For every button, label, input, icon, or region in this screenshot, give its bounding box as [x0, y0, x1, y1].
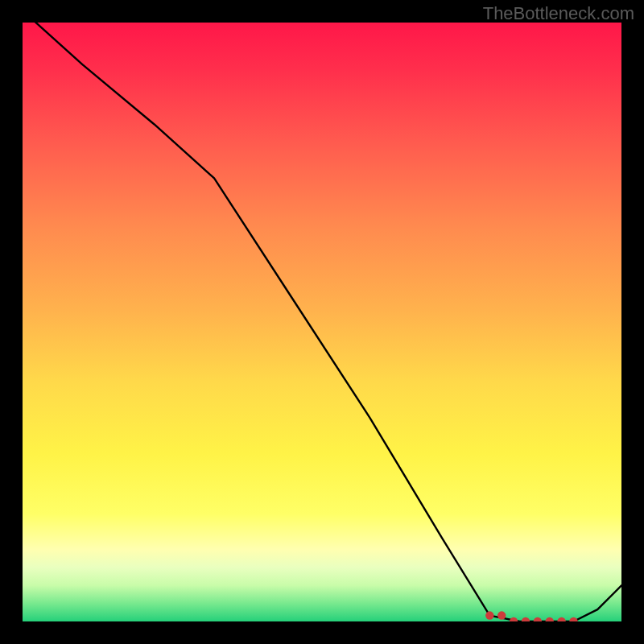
highlight-marker: [569, 617, 577, 621]
highlight-marker: [546, 617, 554, 621]
chart-plot-area: [23, 23, 621, 621]
line-series-curve: [23, 23, 621, 621]
highlight-marker: [510, 617, 518, 621]
highlight-marker: [485, 611, 493, 619]
highlight-marker: [534, 617, 542, 621]
attribution-text: TheBottleneck.com: [483, 3, 634, 24]
highlight-marker: [522, 617, 530, 621]
highlight-marker: [497, 611, 506, 619]
chart-svg: [23, 23, 621, 621]
highlight-markers: [485, 611, 578, 621]
highlight-marker: [557, 617, 565, 621]
